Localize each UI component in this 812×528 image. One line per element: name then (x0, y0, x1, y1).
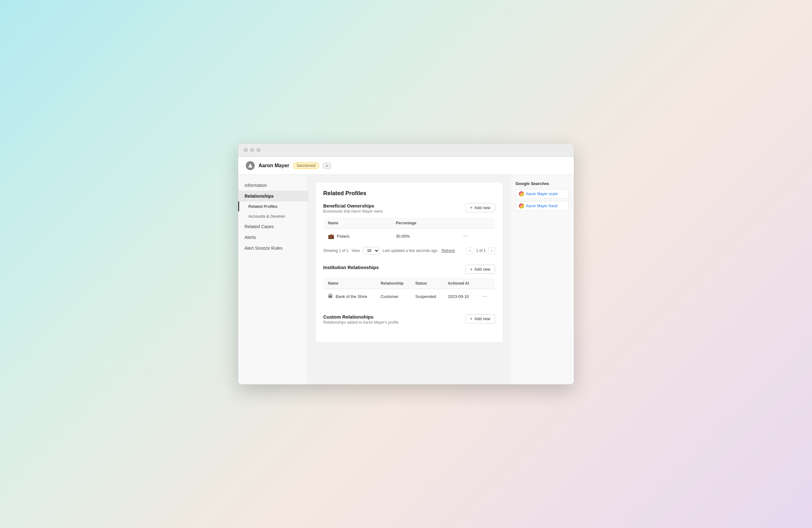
section-title-institution: Institution Relationships (323, 265, 379, 270)
briefcase-icon: 💼 (328, 233, 334, 239)
col-inst-actioned: Actioned At (444, 278, 476, 289)
google-icon-0: G (519, 191, 524, 196)
section-header-custom: Custom Relationships Relationships added… (323, 314, 495, 325)
more-options-button[interactable]: ··· (462, 232, 469, 240)
plus-icon-beneficial: + (470, 205, 473, 210)
add-new-beneficial-button[interactable]: + + Add new Add new (465, 203, 495, 212)
prev-page-button[interactable]: ‹ (467, 247, 474, 254)
col-percentage: Percentage (391, 218, 457, 229)
cell-inst-status: Suspended (411, 289, 444, 304)
avatar (246, 161, 255, 170)
traffic-light-maximize[interactable] (257, 148, 260, 152)
app-window: Aaron Mayer Sanctioned + Information Rel… (238, 143, 574, 385)
beneficial-ownerships-table: Name Percentage 💼 Polaris (323, 217, 495, 244)
cell-more: ··· (457, 229, 495, 244)
table-row: 💼 Polaris 30.00% ··· (323, 229, 495, 244)
col-name: Name (323, 218, 391, 229)
pagination-row: Showing 1 of 1 View 10 25 50 Last update… (323, 247, 495, 255)
col-inst-actions (476, 278, 495, 289)
refresh-link[interactable]: Refresh (441, 248, 455, 253)
institution-relationships-table: Name Relationship Status Actioned At (323, 277, 495, 304)
section-custom-relationships: Custom Relationships Relationships added… (323, 314, 495, 325)
section-header-beneficial: Beneficial Ownerships Businesses that Aa… (323, 203, 495, 214)
sidebar-item-related-profiles[interactable]: Related Profiles (238, 201, 308, 211)
cell-inst-actioned: 2023-09-10 (444, 289, 476, 304)
pagination-nav: ‹ 1 of 1 › (467, 247, 495, 254)
user-name: Aaron Mayer (259, 163, 289, 169)
section-header-institution: Institution Relationships + Add new (323, 265, 495, 274)
cell-inst-more: ··· (476, 289, 495, 304)
section-title-beneficial: Beneficial Ownerships (323, 203, 382, 209)
page-title: Related Profiles (323, 190, 495, 197)
view-select[interactable]: 10 25 50 (363, 247, 379, 255)
right-panel: Google Searches G Aaron Mayer scam G Aar… (510, 175, 574, 384)
company-name: Polaris (337, 234, 350, 239)
section-subtitle-beneficial: Businesses that Aaron Mayer owns (323, 209, 382, 214)
col-inst-name: Name (323, 278, 376, 289)
google-search-item-1[interactable]: G Aaron Mayer fraud (516, 201, 569, 211)
cell-inst-relationship: Customer (376, 289, 411, 304)
cell-inst-name: 🏛 Bank of the Shire (323, 289, 376, 304)
page-header: Aaron Mayer Sanctioned + (238, 157, 574, 175)
sidebar-item-relationships[interactable]: Relationships (238, 191, 308, 201)
col-inst-status: Status (411, 278, 444, 289)
cell-name: 💼 Polaris (323, 229, 391, 244)
section-title-custom: Custom Relationships (323, 314, 399, 319)
sidebar: Information Relationships Related Profil… (238, 175, 308, 384)
titlebar (238, 144, 574, 157)
col-actions (457, 218, 495, 229)
right-panel-title: Google Searches (516, 181, 569, 186)
plus-icon-custom: + (470, 316, 473, 321)
section-subtitle-custom: Relationships added to Aaron Mayer's pro… (323, 320, 399, 325)
showing-text: Showing 1 of 1 (323, 248, 348, 253)
next-page-button[interactable]: › (488, 247, 495, 254)
sanctioned-badge: Sanctioned (293, 162, 319, 169)
google-icon-1: G (519, 203, 524, 209)
search-link-1: Aaron Mayer fraud (526, 204, 557, 208)
traffic-light-close[interactable] (244, 148, 248, 152)
add-new-institution-button[interactable]: + Add new (465, 265, 495, 274)
search-link-0: Aaron Mayer scam (526, 192, 558, 196)
sidebar-item-alert-snooze-rules[interactable]: Alert Snooze Rules (238, 243, 308, 254)
sidebar-item-related-cases[interactable]: Related Cases (238, 221, 308, 232)
google-search-item-0[interactable]: G Aaron Mayer scam (516, 189, 569, 199)
col-inst-relationship: Relationship (376, 278, 411, 289)
view-label: View (351, 248, 360, 253)
sidebar-item-accounts-devices[interactable]: Accounts & Devices (238, 211, 308, 221)
section-institution-relationships: Institution Relationships + Add new Name… (323, 265, 495, 304)
plus-icon-institution: + (470, 267, 473, 272)
sidebar-item-alerts[interactable]: Alerts (238, 232, 308, 243)
main-layout: Information Relationships Related Profil… (238, 175, 574, 384)
section-beneficial-ownerships: Beneficial Ownerships Businesses that Aa… (323, 203, 495, 255)
page-info: 1 of 1 (476, 248, 485, 253)
content-area: Related Profiles Beneficial Ownerships B… (308, 175, 510, 384)
add-badge-button[interactable]: + (323, 162, 331, 169)
bank-name: Bank of the Shire (336, 294, 367, 299)
cell-percentage: 30.00% (391, 229, 457, 244)
content-card: Related Profiles Beneficial Ownerships B… (316, 183, 503, 342)
updated-text: Last updated a few seconds ago. (382, 248, 438, 253)
table-row: 🏛 Bank of the Shire Customer Suspended 2… (323, 289, 495, 304)
more-options-institution-button[interactable]: ··· (481, 293, 489, 300)
traffic-light-minimize[interactable] (250, 148, 254, 152)
bank-icon: 🏛 (328, 294, 333, 299)
add-new-custom-button[interactable]: + Add new (465, 314, 495, 323)
sidebar-item-information[interactable]: Information (238, 180, 308, 191)
